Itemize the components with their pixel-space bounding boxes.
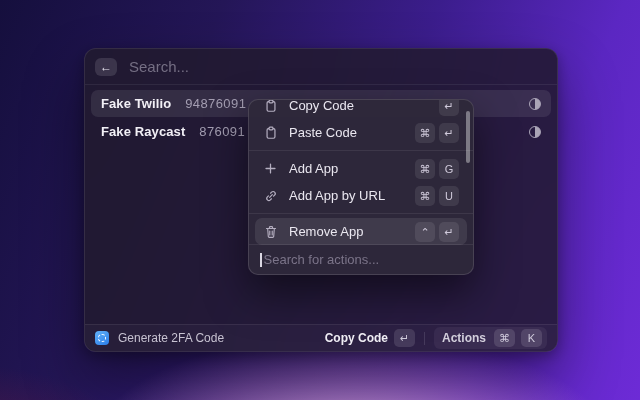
totp-timer-icon [529, 126, 541, 138]
search-input[interactable]: Search... [129, 58, 189, 75]
group-divider [249, 213, 473, 214]
action-add-app[interactable]: Add App ⌘ G [255, 155, 467, 182]
trash-icon [263, 224, 278, 239]
cmd-key-badge: ⌘ [415, 123, 435, 143]
clipboard-icon [263, 125, 278, 140]
u-key-badge: U [439, 186, 459, 206]
footer-divider [424, 332, 425, 345]
return-key-badge: ↵ [439, 123, 459, 143]
action-copy-code[interactable]: Copy Code ↵ [255, 100, 467, 119]
back-arrow-icon: ← [100, 61, 112, 73]
clipboard-icon [263, 100, 278, 113]
popup-scrollbar[interactable] [466, 111, 470, 163]
extension-icon [95, 331, 109, 345]
action-paste-code[interactable]: Paste Code ⌘ ↵ [255, 119, 467, 146]
cmd-key-badge: ⌘ [415, 159, 435, 179]
text-caret [260, 253, 262, 267]
actions-button[interactable]: Actions ⌘ K [434, 327, 547, 349]
return-key-badge: ↵ [394, 329, 415, 347]
back-button[interactable]: ← [95, 58, 117, 76]
action-remove-app[interactable]: Remove App ⌃ ↵ [255, 218, 467, 245]
actions-search[interactable]: Search for actions... [249, 244, 473, 274]
app-name: Fake Twilio [101, 96, 171, 111]
ctrl-key-badge: ⌃ [415, 222, 435, 242]
status-bar: Generate 2FA Code Copy Code ↵ Actions ⌘ … [85, 324, 557, 351]
action-label: Add App by URL [289, 188, 415, 203]
actions-search-input[interactable]: Search for actions... [264, 252, 380, 267]
totp-code: 876091 [199, 124, 245, 139]
group-divider [249, 150, 473, 151]
totp-code: 94876091 [185, 96, 246, 111]
action-label: Add App [289, 161, 415, 176]
return-key-badge: ↵ [439, 100, 459, 116]
actions-panel-list: Copy Code ↵ Paste Code ⌘ ↵ [249, 100, 473, 245]
plus-icon [263, 161, 278, 176]
action-label: Copy Code [289, 100, 439, 113]
cmd-key-badge: ⌘ [494, 329, 515, 347]
return-key-badge: ↵ [439, 222, 459, 242]
action-add-app-by-url[interactable]: Add App by URL ⌘ U [255, 182, 467, 209]
actions-panel: Copy Code ↵ Paste Code ⌘ ↵ [248, 99, 474, 275]
copy-code-button[interactable]: Copy Code [325, 331, 388, 345]
action-label: Paste Code [289, 125, 415, 140]
extension-label: Generate 2FA Code [118, 331, 224, 345]
search-bar: ← Search... [85, 49, 557, 84]
g-key-badge: G [439, 159, 459, 179]
actions-label: Actions [442, 331, 486, 345]
app-name: Fake Raycast [101, 124, 185, 139]
cmd-key-badge: ⌘ [415, 186, 435, 206]
action-label: Remove App [289, 224, 415, 239]
k-key-badge: K [521, 329, 542, 347]
link-icon [263, 188, 278, 203]
totp-timer-icon [529, 98, 541, 110]
desktop-background: ← Search... Fake Twilio 94876091 Fake Ra… [0, 0, 640, 400]
